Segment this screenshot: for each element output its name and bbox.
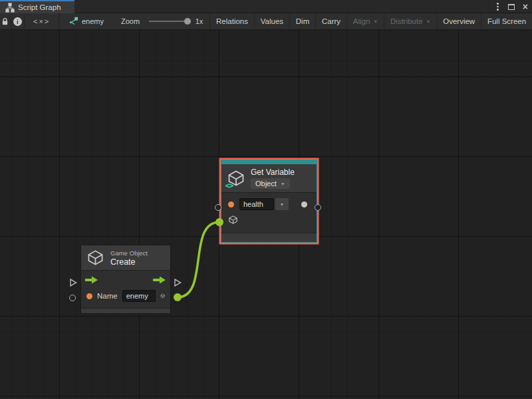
create-node-footer: [81, 308, 170, 313]
chevron-down-icon: ▼: [426, 19, 431, 24]
node-create-game-object[interactable]: Game Object Create Name: [80, 245, 171, 314]
maximize-button[interactable]: [508, 4, 515, 10]
graph-name: enemy: [82, 17, 104, 25]
toolbar-button-distribute[interactable]: Distribute▼: [384, 13, 437, 29]
control-input-arrow-icon[interactable]: [85, 276, 98, 284]
chevron-down-icon: ▼: [373, 19, 378, 24]
variable-angle-brackets-icon: <>: [225, 182, 233, 190]
wire-source-dot[interactable]: [174, 293, 182, 301]
create-node-title: Create: [110, 257, 148, 267]
variable-name-dropdown-button[interactable]: ▼: [275, 198, 289, 210]
close-button[interactable]: ×: [523, 2, 528, 11]
name-value-port-dot[interactable]: [86, 293, 92, 299]
window-controls: ×: [495, 0, 528, 13]
node-get-variable[interactable]: <> Get Variable Object ▼ ▼: [221, 160, 317, 243]
script-graph-icon: [5, 3, 15, 13]
toolbar-button-overview[interactable]: Overview: [437, 13, 481, 29]
get-variable-title: Get Variable: [251, 168, 295, 177]
toolbar-button-align[interactable]: Align▼: [347, 13, 384, 29]
create-node-header[interactable]: Game Object Create: [81, 245, 170, 270]
variable-name-port-dot[interactable]: [228, 201, 234, 207]
graph-toolbar: i <×> enemy Zoom 1x Relations Value: [0, 13, 532, 30]
get-variable-footer: [221, 233, 317, 242]
create-control-output-port[interactable]: [174, 279, 182, 289]
code-view-button[interactable]: <×>: [25, 13, 59, 29]
game-object-output-cube-icon[interactable]: [160, 291, 165, 301]
zoom-label: Zoom: [121, 17, 140, 25]
get-variable-icon: <>: [227, 169, 245, 188]
toolbar-button-values[interactable]: Values: [255, 13, 289, 29]
script-graph-window: Script Graph × i <×>: [0, 0, 532, 399]
name-input[interactable]: [122, 290, 156, 302]
toolbar-button-relations[interactable]: Relations: [210, 13, 254, 29]
create-name-input-port[interactable]: [69, 295, 76, 301]
connection-wire[interactable]: [178, 222, 219, 297]
object-input-cube-icon[interactable]: [228, 215, 238, 225]
value-output-port-dot[interactable]: [301, 201, 307, 207]
code-view-icon: <×>: [33, 17, 50, 25]
window-menu-button[interactable]: [495, 1, 500, 12]
game-object-cube-icon: [86, 249, 104, 267]
toolbar-button-fullscreen[interactable]: Full Screen: [481, 13, 532, 29]
info-button[interactable]: i: [11, 13, 24, 29]
control-output-arrow-icon[interactable]: [153, 276, 166, 284]
graph-canvas[interactable]: Game Object Create Name: [0, 30, 532, 399]
graph-breadcrumb[interactable]: enemy: [68, 13, 104, 29]
create-control-input-port[interactable]: [69, 279, 78, 289]
zoom-slider-handle[interactable]: [184, 18, 191, 25]
chevron-down-icon: ▼: [280, 202, 285, 207]
lock-icon: [1, 17, 9, 26]
variable-name-input[interactable]: [239, 198, 274, 210]
variable-scope-dropdown[interactable]: Object ▼: [251, 178, 290, 189]
get-variable-value-output-port[interactable]: [315, 204, 321, 211]
chevron-down-icon: ▼: [281, 182, 285, 186]
create-node-category: Game Object: [110, 249, 148, 257]
info-icon: i: [13, 17, 22, 26]
graph-icon: [68, 17, 78, 26]
get-variable-name-input-port[interactable]: [215, 204, 221, 211]
toolbar-button-carry[interactable]: Carry: [316, 13, 346, 29]
get-variable-header[interactable]: <> Get Variable Object ▼: [221, 164, 317, 192]
zoom-slider[interactable]: [149, 18, 191, 25]
tab-title: Script Graph: [18, 3, 61, 11]
name-port-label: Name: [97, 292, 118, 300]
title-bar: Script Graph ×: [0, 0, 532, 13]
toolbar-button-dim[interactable]: Dim: [290, 13, 315, 29]
tab-script-graph[interactable]: Script Graph: [0, 0, 74, 13]
zoom-value: 1x: [196, 17, 203, 25]
lock-button[interactable]: [0, 13, 11, 29]
